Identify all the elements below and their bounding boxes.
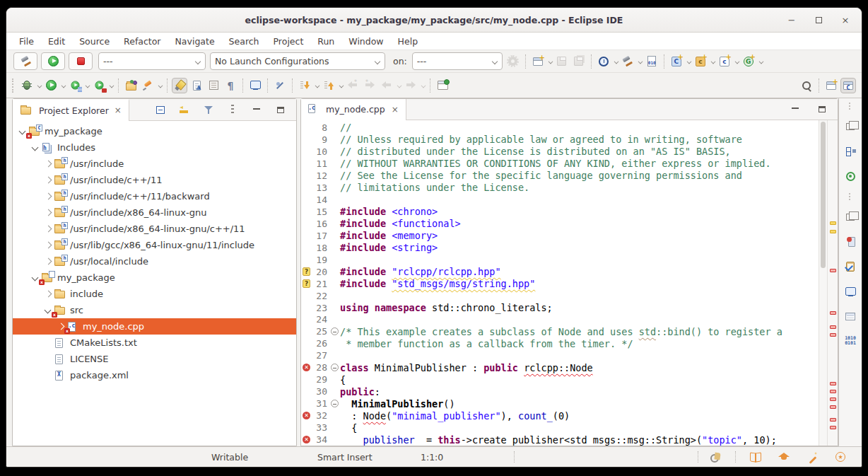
new-class-menu[interactable] [687, 59, 691, 63]
maximize-editor-button[interactable] [814, 102, 830, 117]
menu-item-search[interactable]: Search [222, 34, 266, 49]
code-line[interactable]: 18#include <string> [301, 242, 819, 254]
code-line[interactable]: 8// [301, 122, 819, 134]
properties-view-button[interactable] [843, 308, 858, 324]
tab-project-explorer[interactable]: Project Explorer × [13, 99, 129, 121]
filter-button[interactable] [201, 102, 216, 117]
menu-item-edit[interactable]: Edit [41, 34, 72, 49]
code-line[interactable]: 15#include <chrono> [301, 206, 819, 218]
open-element-button[interactable] [123, 78, 139, 93]
menu-item-navigate[interactable]: Navigate [168, 34, 222, 49]
minimize-button[interactable]: − [787, 15, 797, 25]
code-line[interactable]: 30public: [301, 385, 819, 397]
code-editor[interactable]: 8//9// Unless required by applicable law… [301, 120, 819, 446]
code-line[interactable]: 21#include "std_msgs/msg/string.hpp" [301, 278, 819, 290]
tasks-view-button[interactable] [843, 259, 858, 274]
maximize-button[interactable] [814, 15, 823, 25]
twistie-collapsed[interactable] [42, 207, 54, 219]
build-project-button[interactable] [620, 54, 635, 69]
forward-button[interactable] [403, 78, 418, 93]
code-line[interactable]: 33 { [301, 422, 819, 434]
code-line[interactable]: 26 * member function as a callback from … [301, 337, 819, 349]
code-line[interactable]: 20#include "rclcpp/rclcpp.hpp" [301, 266, 819, 278]
new-class-button[interactable]: C+ [669, 54, 684, 69]
launch-rocket-menu[interactable] [158, 83, 163, 87]
profile-menu[interactable] [86, 83, 90, 87]
code-line[interactable]: 12// See the License for the specific la… [301, 170, 819, 182]
tree-item[interactable]: h/usr/include [13, 156, 296, 172]
help-book-button[interactable] [748, 449, 763, 465]
rail-drag-handle[interactable] [849, 193, 852, 200]
code-line[interactable]: 24 [301, 314, 819, 326]
next-annotation-menu[interactable] [315, 83, 319, 87]
show-whitespace-toggle[interactable]: ¶ [223, 78, 238, 93]
error-overview-marker[interactable] [830, 269, 836, 272]
new-source-file-button[interactable]: c+ [717, 54, 732, 69]
code-line[interactable]: 31 MinimalPublisher() [301, 397, 819, 410]
maximize-view-button[interactable] [273, 102, 288, 117]
tree-item[interactable]: h/usr/include/c++/11 [13, 172, 296, 188]
error-overview-marker[interactable] [830, 397, 836, 401]
pin-editor-toggle[interactable] [435, 78, 450, 93]
save-all-button[interactable] [571, 54, 587, 69]
twistie-collapsed[interactable] [42, 256, 54, 267]
previous-annotation-menu[interactable] [339, 83, 344, 87]
binary-file-button[interactable] [644, 54, 659, 69]
new-wizard-menu[interactable] [549, 59, 553, 63]
error-overview-marker[interactable] [830, 382, 836, 385]
debug-button[interactable] [19, 78, 35, 93]
launch-target-combo[interactable]: --- [412, 52, 503, 70]
close-button[interactable]: × [840, 15, 850, 25]
error-overview-marker[interactable] [830, 418, 836, 422]
last-edit-location-button[interactable]: * [345, 78, 360, 93]
code-line[interactable]: 32 : Node("minimal_publisher"), count_(0… [301, 410, 819, 422]
collapse-all-button[interactable] [153, 102, 168, 117]
menu-item-project[interactable]: Project [266, 34, 311, 49]
code-line[interactable]: 10// distributed under the License is di… [301, 146, 819, 158]
next-edit-location-button[interactable]: * [362, 78, 377, 93]
code-line[interactable]: 16#include <functional> [301, 218, 819, 230]
twistie-expanded[interactable] [30, 142, 41, 153]
new-cpp-project-button[interactable]: c+ [693, 54, 708, 69]
community-badge-button[interactable] [833, 449, 848, 465]
run-button[interactable] [43, 78, 59, 93]
build-targets-view-button[interactable] [843, 168, 858, 184]
previous-annotation-button[interactable] [321, 78, 336, 93]
build-project-menu[interactable] [638, 59, 643, 63]
link-with-editor-button[interactable] [177, 102, 192, 117]
new-source-file-menu[interactable] [735, 59, 739, 63]
error-overview-marker[interactable] [830, 325, 836, 329]
launch-history-menu[interactable] [614, 59, 618, 63]
profile-button[interactable] [67, 78, 83, 93]
menu-item-run[interactable]: Run [310, 34, 341, 49]
tree-item[interactable]: h/usr/lib/gcc/x86_64-linux-gnu/11/includ… [13, 237, 296, 253]
twistie-collapsed[interactable] [42, 191, 54, 202]
target-settings-button[interactable] [505, 54, 521, 69]
restore-view-button[interactable] [843, 209, 858, 225]
code-line[interactable]: 27 [301, 349, 819, 361]
next-annotation-button[interactable] [297, 78, 312, 93]
code-line[interactable]: 13// limitations under the License. [301, 182, 819, 194]
open-perspective-button[interactable]: + [823, 78, 839, 93]
open-console-button[interactable] [247, 78, 263, 93]
menu-item-refactor[interactable]: Refactor [117, 34, 168, 49]
twistie-collapsed[interactable] [42, 158, 54, 170]
tree-item[interactable]: h/usr/include/x86_64-linux-gnu [13, 204, 296, 221]
toolbar-drag-handle[interactable] [12, 79, 16, 93]
next-change-button[interactable] [189, 78, 204, 93]
tab-my-node-cpp[interactable]: .c my_node.cpp × [301, 99, 406, 120]
back-button[interactable] [379, 78, 394, 93]
code-line[interactable]: 23using namespace std::chrono_literals; [301, 302, 819, 314]
warning-overview-marker[interactable] [830, 230, 836, 233]
error-overview-marker[interactable] [830, 311, 836, 315]
fold-gutter[interactable] [329, 327, 340, 335]
block-selection-toggle[interactable] [272, 78, 288, 93]
run-menu[interactable] [61, 83, 66, 87]
outline-view-button[interactable] [843, 144, 858, 159]
new-generic-button[interactable]: G+ [741, 54, 756, 69]
memory-view-button[interactable]: 1010 0101 [843, 333, 858, 349]
close-view-icon[interactable]: × [115, 105, 122, 115]
problems-view-button[interactable] [843, 234, 858, 250]
tree-item[interactable]: LICENSE [13, 351, 296, 367]
mark-occurrences-toggle[interactable] [172, 78, 187, 93]
